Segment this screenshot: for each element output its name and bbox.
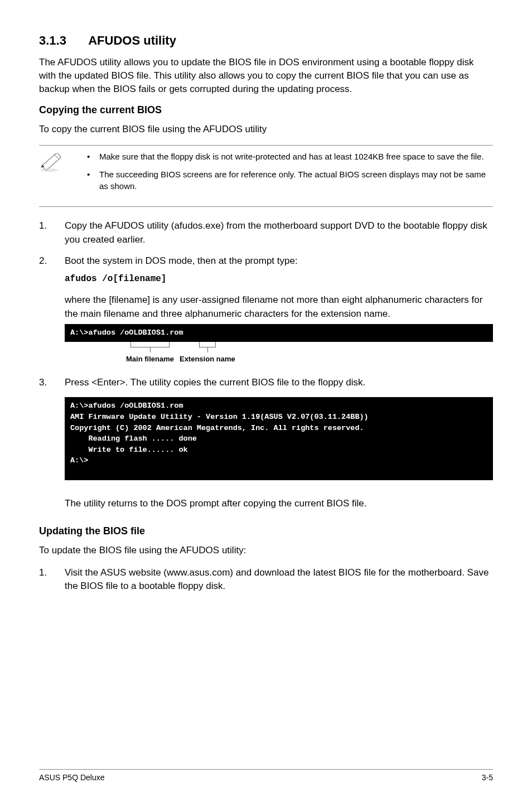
step-item: Visit the ASUS website (www.asus.com) an… — [39, 566, 493, 593]
copying-heading: Copying the current BIOS — [39, 104, 493, 116]
code-command: afudos /o[filename] — [65, 273, 493, 286]
section-heading: 3.1.3 AFUDOS utility — [39, 33, 493, 48]
step-item: Boot the system in DOS mode, then at the… — [39, 254, 493, 365]
note-box: Make sure that the floppy disk is not wr… — [39, 145, 493, 207]
annotation-ext-label: Extension name — [180, 354, 235, 365]
note-item: The succeeding BIOS screens are for refe… — [84, 169, 493, 192]
pencil-note-icon — [39, 151, 67, 176]
terminal-output: A:\>afudos /oOLDBIOS1.rom — [65, 324, 493, 342]
step-text: Press <Enter>. The utility copies the cu… — [65, 377, 365, 388]
footer-left: ASUS P5Q Deluxe — [39, 773, 105, 782]
step-item: Copy the AFUDOS utility (afudos.exe) fro… — [39, 219, 493, 247]
note-content: Make sure that the floppy disk is not wr… — [84, 151, 493, 199]
footer-page-number: 3-5 — [482, 773, 493, 782]
page-footer: ASUS P5Q Deluxe 3-5 — [39, 769, 493, 782]
updating-heading: Updating the BIOS file — [39, 525, 493, 537]
terminal-output: A:\>afudos /oOLDBIOS1.rom AMI Firmware U… — [65, 397, 493, 480]
svg-point-1 — [40, 168, 58, 172]
annotation-main-label: Main filename — [126, 354, 174, 365]
after-terminal-text: The utility returns to the DOS prompt af… — [39, 497, 493, 511]
note-item: Make sure that the floppy disk is not wr… — [84, 151, 493, 162]
svg-line-0 — [54, 154, 59, 159]
step-item: Press <Enter>. The utility copies the cu… — [39, 376, 493, 390]
copying-lead: To copy the current BIOS file using the … — [39, 123, 493, 136]
copying-steps-list: Copy the AFUDOS utility (afudos.exe) fro… — [39, 219, 493, 389]
updating-steps-list: Visit the ASUS website (www.asus.com) an… — [39, 566, 493, 593]
section-number: 3.1.3 — [39, 33, 66, 48]
intro-paragraph: The AFUDOS utility allows you to update … — [39, 56, 493, 95]
section-title: AFUDOS utility — [88, 33, 176, 47]
updating-lead: To update the BIOS file using the AFUDOS… — [39, 544, 493, 557]
step-text: Visit the ASUS website (www.asus.com) an… — [65, 567, 489, 592]
step-text: Copy the AFUDOS utility (afudos.exe) fro… — [65, 220, 487, 245]
step-text: Boot the system in DOS mode, then at the… — [65, 255, 298, 266]
step-explain: where the [filename] is any user-assigne… — [65, 293, 493, 321]
filename-annotation: Main filename Extension name — [65, 345, 493, 365]
